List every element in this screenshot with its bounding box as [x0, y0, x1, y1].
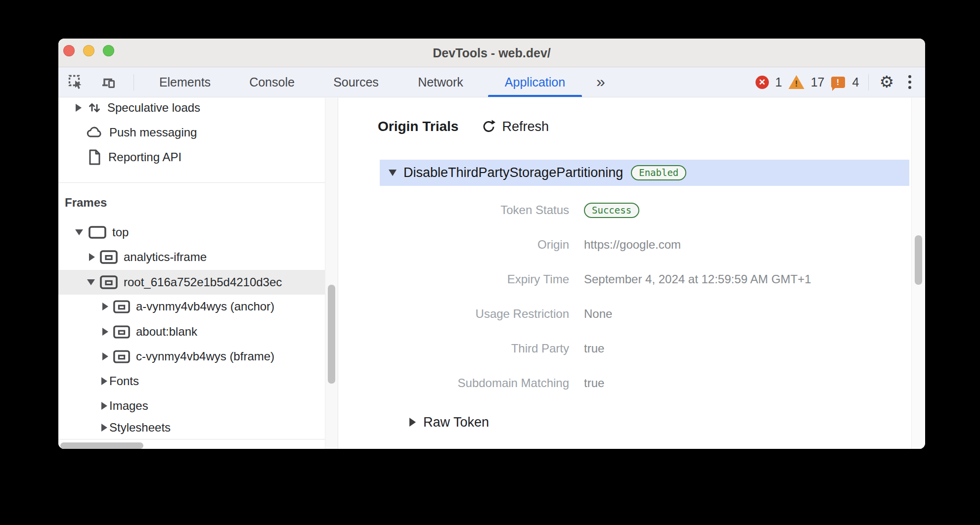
toolbar-status-cluster: ✕ 1 ! 17 ! 4 ⚙ [756, 67, 914, 97]
tab-network[interactable]: Network [418, 67, 463, 97]
trial-status-badge: Enabled [631, 165, 686, 180]
iframe-icon [113, 350, 131, 364]
token-status-badge: Success [584, 203, 639, 218]
main-scrollbar-track[interactable] [911, 98, 924, 449]
chevron-right-icon[interactable] [89, 253, 95, 261]
detail-label: Token Status [339, 203, 569, 217]
tree-item-label: root_616a752e1b5d4210d3ec [124, 275, 282, 289]
frames-section-header: Frames [65, 196, 107, 210]
sidebar-item-label: Reporting API [108, 150, 181, 164]
chevron-right-icon[interactable] [101, 424, 107, 432]
detail-label: Origin [339, 238, 569, 252]
tree-item-top[interactable]: top [58, 220, 325, 245]
iframe-icon [113, 300, 131, 314]
tree-item-about-blank[interactable]: about:blank [58, 319, 325, 344]
tree-item-bframe[interactable]: c-vynmy4vb4wys (bframe) [58, 344, 325, 369]
detail-label: Expiry Time [339, 272, 569, 286]
inspect-element-icon[interactable] [68, 75, 83, 89]
trial-name: DisableThirdPartyStoragePartitioning [403, 165, 623, 180]
detail-value: September 4, 2024 at 12:59:59 AM GMT+1 [584, 272, 811, 286]
chevron-right-icon[interactable] [102, 328, 108, 336]
sidebar-scrollbar-thumb[interactable] [328, 285, 335, 384]
detail-label: Subdomain Matching [339, 376, 569, 390]
refresh-icon [481, 119, 496, 134]
issues-count[interactable]: 4 [852, 75, 859, 89]
titlebar[interactable]: DevTools - web.dev/ [58, 39, 925, 67]
settings-gear-icon[interactable]: ⚙ [879, 67, 894, 97]
chevron-right-icon[interactable] [409, 418, 416, 427]
iframe-icon [99, 275, 118, 290]
tab-sources[interactable]: Sources [333, 67, 379, 97]
tree-item-fonts[interactable]: Fonts [58, 369, 325, 394]
tree-item-label: top [112, 225, 129, 239]
cloud-icon [86, 125, 103, 140]
detail-row-usage-restriction: Usage Restriction None [339, 302, 925, 326]
tree-item-analytics-iframe[interactable]: analytics-iframe [58, 245, 325, 269]
tab-elements[interactable]: Elements [159, 67, 211, 97]
horizontal-scrollbar-thumb[interactable] [60, 442, 143, 449]
chevron-down-icon[interactable] [389, 170, 397, 176]
chevron-right-icon[interactable] [101, 402, 107, 410]
warning-count[interactable]: 17 [811, 75, 825, 89]
tree-item-root-frame[interactable]: root_616a752e1b5d4210d3ec [58, 270, 325, 295]
iframe-icon [99, 250, 118, 264]
window-title: DevTools - web.dev/ [58, 39, 925, 67]
tree-item-label: c-vynmy4vb4wys (bframe) [136, 350, 274, 363]
document-icon [87, 149, 102, 166]
detail-label: Usage Restriction [339, 307, 569, 321]
detail-row-expiry-time: Expiry Time September 4, 2024 at 12:59:5… [339, 267, 925, 292]
sidebar-item-label: Push messaging [109, 126, 197, 139]
tree-item-anchor-frame[interactable]: a-vynmy4vb4wys (anchor) [58, 294, 325, 319]
tab-console[interactable]: Console [249, 67, 295, 97]
sidebar-divider [58, 182, 338, 183]
detail-value: https://google.com [584, 238, 681, 252]
sidebar-item-push-messaging[interactable]: Push messaging [58, 120, 325, 145]
detail-row-origin: Origin https://google.com [339, 232, 925, 257]
chevron-right-icon[interactable] [102, 303, 108, 310]
tree-item-label: analytics-iframe [124, 250, 207, 264]
tree-item-label: about:blank [136, 325, 197, 339]
tree-item-images[interactable]: Images [58, 394, 325, 418]
tab-application[interactable]: Application [505, 67, 565, 97]
detail-value: None [584, 307, 612, 321]
trial-row[interactable]: DisableThirdPartyStoragePartitioning Ena… [380, 160, 909, 186]
detail-value: true [584, 376, 604, 390]
raw-token-row[interactable]: Raw Token [409, 410, 489, 435]
error-icon[interactable]: ✕ [756, 76, 769, 89]
tree-item-label: Stylesheets [109, 421, 171, 435]
devtools-content: Speculative loads Push messaging Reporti… [58, 98, 925, 449]
raw-token-label: Raw Token [423, 415, 489, 430]
origin-trials-panel: Origin Trials Refresh DisableThirdPartyS… [339, 98, 925, 449]
devtools-toolbar: Elements Console Sources Network Applica… [58, 67, 925, 97]
panel-title: Origin Trials [378, 119, 458, 134]
sidebar-item-reporting-api[interactable]: Reporting API [58, 145, 325, 170]
devtools-window: DevTools - web.dev/ Elements Console Sou… [58, 39, 925, 449]
error-count[interactable]: 1 [775, 75, 782, 89]
chevron-down-icon[interactable] [87, 279, 95, 285]
tree-item-label: a-vynmy4vb4wys (anchor) [136, 300, 274, 313]
tree-item-label: Fonts [109, 374, 139, 388]
detail-value: true [584, 342, 604, 355]
origin-trials-header: Origin Trials Refresh [378, 116, 549, 137]
speculative-loads-icon [87, 100, 102, 116]
chevron-right-icon[interactable] [76, 104, 82, 112]
detail-label: Third Party [339, 342, 569, 355]
sidebar-divider [58, 439, 338, 439]
chevron-right-icon[interactable] [102, 352, 108, 360]
application-sidebar: Speculative loads Push messaging Reporti… [58, 98, 338, 449]
detail-row-third-party: Third Party true [339, 336, 925, 361]
tree-item-stylesheets[interactable]: Stylesheets [58, 417, 325, 438]
more-tabs-icon[interactable]: » [596, 67, 603, 97]
issues-icon[interactable]: ! [831, 77, 845, 88]
detail-row-token-status: Token Status Success [339, 198, 925, 222]
kebab-menu-icon[interactable] [905, 72, 914, 92]
main-scrollbar-thumb[interactable] [915, 235, 922, 285]
sidebar-scrollbar-track[interactable] [325, 98, 338, 449]
device-toolbar-icon[interactable] [101, 75, 116, 89]
chevron-right-icon[interactable] [101, 377, 107, 385]
warning-icon[interactable]: ! [789, 75, 804, 89]
sidebar-item-speculative-loads[interactable]: Speculative loads [58, 95, 325, 120]
active-tab-underline [488, 95, 582, 97]
refresh-button[interactable]: Refresh [481, 119, 549, 134]
chevron-down-icon[interactable] [75, 229, 83, 235]
